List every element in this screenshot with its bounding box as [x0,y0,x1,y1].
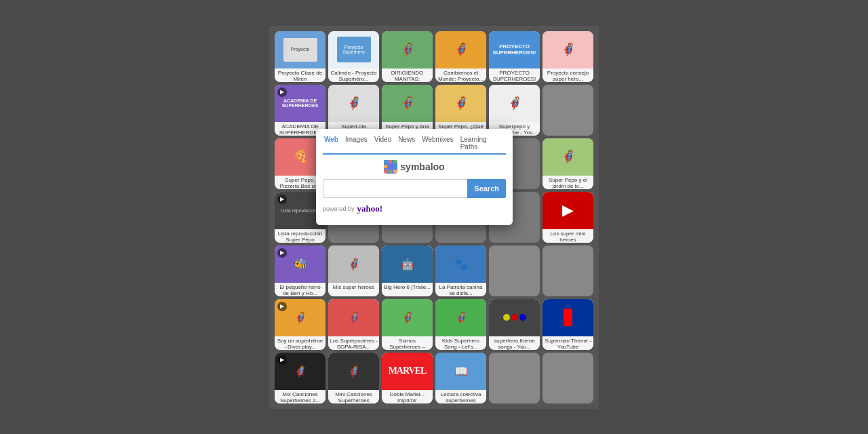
tile-37[interactable]: ▶ 🦸 Mix Canciones Superheroes 2... [275,353,326,403]
tile-40[interactable]: 📖 Lectura colectiva superheroes [435,353,486,403]
tab-video[interactable]: Video [373,136,393,151]
tile-31[interactable]: ▶ 🦸‍♂️ Soy un superhéroe - Diver play... [275,299,326,350]
tab-learning-paths[interactable]: Learning Paths [459,136,506,151]
tab-web[interactable]: Web [323,136,340,155]
symbaloo-logo-icon [384,160,397,174]
tile-18[interactable]: 🦸‍♀️ Super Pepo y el jardín de lo... [542,138,593,189]
tile-32[interactable]: 🦸 Los Superpoderes - SOPA-RISA... [328,299,379,350]
search-input[interactable] [323,179,467,198]
tile-25[interactable]: ▶ 🐝 El pequeño reino de Ben y Ho... [275,245,326,296]
tile-8[interactable]: 🦸‍♀️ SuperLola [328,85,379,136]
tab-images[interactable]: Images [344,136,369,151]
tile-3[interactable]: 🦸 DIRIGIENDO MANITAS: Proyecto... [382,31,433,82]
tab-news[interactable]: News [397,136,416,151]
symbaloo-logo-text: symbaloo [400,161,444,172]
yahoo-logo: yahoo! [357,203,383,214]
tile-41-empty [489,353,540,403]
search-overlay: Web Images Video News Webmixes Learning … [316,129,513,225]
tile-36[interactable]: S Superman Theme - YouTube [542,299,593,350]
tab-webmixes[interactable]: Webmixes [420,136,455,151]
tile-5[interactable]: PROYECTO SUPERHEROES! PROYECTO SUPERHERO… [489,31,540,82]
play-icon-7: ▶ [277,87,287,97]
search-button[interactable]: Search [467,179,506,198]
tile-35[interactable]: superhero theme songs - You... [489,299,540,350]
tile-38[interactable]: 🦸‍♂️ Mini Canciones Superheroes [328,353,379,403]
tile-42-empty [542,353,593,403]
tile-26[interactable]: 🦸 Mis super héroes [328,245,379,296]
tile-33[interactable]: 🦸‍♀️ Somos Superheroes – Canción... [382,299,433,350]
tile-29-empty [489,245,540,296]
search-input-row: Search [323,179,506,198]
tile-10[interactable]: 🦸 Super Pepo, ¿Qué quieres ser...? [435,85,486,136]
tile-12-empty [542,85,593,136]
tile-24[interactable]: ▶ Los super mini heroes [542,192,593,243]
tile-2[interactable]: Proyecto Superhéro Caliméo - Proyecto Su… [328,31,379,82]
tile-30-empty [542,245,593,296]
tile-9[interactable]: 🦸 Super Pepo y Ana [382,85,433,136]
tile-39[interactable]: MARVEL Doble Mañei... imprimir [382,353,433,403]
play-icon-25: ▶ [277,248,287,258]
tile-34[interactable]: 🦸 Kids Superhero Song - Let's... [435,299,486,350]
tile-27[interactable]: 🤖 Big Hero 6 [Traile... [382,245,433,296]
tile-7[interactable]: ▶ ACADEMIA DE SUPERHEROES ACADEMIA DE SU… [275,85,326,136]
search-tabs: Web Images Video News Webmixes Learning … [323,136,506,155]
play-icon-37: ▶ [277,355,287,365]
powered-by-text: powered by [323,205,355,212]
tile-1[interactable]: Proyecto Proyecto Clase de Miren [275,31,326,82]
tile-4[interactable]: 🦸‍♀️ Cambiemos el Mundo: Proyecto... [435,31,486,82]
tile-6[interactable]: 🦸‍♀️ Proyecto consejo super hero... [542,31,593,82]
tile-11[interactable]: 🦸‍♂️ Superpepo y Clementine - You... [489,85,540,136]
play-icon-19: ▶ [277,195,287,204]
tile-28[interactable]: 🐾 La Patrulla canina se disfa... [435,245,486,296]
play-icon-31: ▶ [277,302,287,311]
search-logo-area: symbaloo [384,160,444,174]
powered-by-area: powered by yahoo! [323,203,382,214]
